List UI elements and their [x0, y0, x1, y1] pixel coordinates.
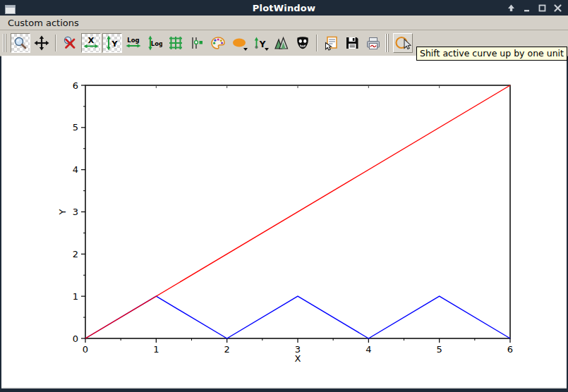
pan-button[interactable]: [32, 33, 52, 53]
tooltip: Shift active curve up by one unit: [416, 47, 567, 61]
svg-text:5: 5: [437, 344, 442, 355]
plot-toolbar: X Y Log: [1, 30, 384, 56]
svg-text:0: 0: [73, 333, 78, 344]
plot-window: PlotWindow: [0, 0, 568, 392]
dropdown-arrow-icon: [265, 48, 269, 51]
floppy-disk-icon: [344, 35, 360, 51]
svg-text:0: 0: [83, 344, 88, 355]
magnifier-cross-icon: [62, 35, 78, 51]
menu-bar: Custom actions: [0, 16, 568, 30]
title-bar[interactable]: PlotWindow: [0, 0, 568, 16]
toolbar-handle[interactable]: [385, 34, 390, 52]
mountains-icon: [274, 35, 289, 51]
disable-zoom-button[interactable]: [60, 33, 80, 53]
arrow-up-icon: [507, 4, 516, 13]
svg-text:4: 4: [73, 164, 78, 175]
grid-icon: [168, 35, 183, 51]
svg-text:Y: Y: [111, 39, 119, 49]
svg-text:1: 1: [153, 344, 159, 355]
clipboard-cursor-icon: [323, 35, 339, 51]
svg-text:2: 2: [224, 344, 230, 355]
close-button[interactable]: [552, 3, 563, 13]
palette-icon: [210, 35, 226, 51]
save-button[interactable]: [342, 33, 362, 53]
log-y-button[interactable]: Log: [145, 33, 164, 53]
copy-to-clipboard-button[interactable]: [321, 33, 341, 53]
maximize-button[interactable]: [537, 3, 548, 13]
x-axis-arrows-icon: X: [83, 35, 99, 51]
svg-text:X: X: [88, 36, 95, 45]
magnifier-icon: [13, 35, 28, 51]
window-title: PlotWindow: [0, 3, 568, 13]
svg-text:2: 2: [73, 249, 78, 259]
custom-actions-toolbar: [384, 30, 413, 56]
dropdown-arrow-icon: [243, 48, 248, 51]
ellipse-tool-button[interactable]: [229, 33, 249, 53]
log-x-button[interactable]: Log: [123, 33, 143, 53]
svg-text:1: 1: [73, 291, 78, 302]
x-axis-scale-button[interactable]: X: [81, 33, 101, 53]
minimize-button[interactable]: [521, 3, 532, 13]
item-parameters-button[interactable]: [187, 33, 207, 53]
grid-button[interactable]: [166, 33, 186, 53]
orange-circle-cursor-icon: [394, 35, 411, 51]
color-palette-button[interactable]: [208, 33, 228, 53]
histogram-button[interactable]: [272, 33, 291, 53]
mask-icon: [295, 35, 310, 51]
svg-text:Log: Log: [151, 40, 162, 47]
shade-button[interactable]: [506, 3, 516, 13]
window-controls: [506, 3, 563, 13]
move-cross-icon: [34, 35, 49, 51]
zoom-button[interactable]: [11, 33, 30, 53]
svg-text:X: X: [295, 353, 301, 364]
close-icon: [553, 4, 562, 13]
y-axis-scale-button[interactable]: Y: [102, 33, 122, 53]
log-x-icon: Log: [126, 35, 141, 51]
mask-tool-button[interactable]: [293, 33, 313, 53]
svg-text:Y: Y: [57, 209, 68, 215]
menu-custom-actions[interactable]: Custom actions: [5, 17, 82, 29]
y-axis-arrows-icon: Y: [104, 35, 120, 51]
toolbar-separator: [55, 35, 56, 51]
slider-icon: [189, 35, 205, 51]
toolbar-handle[interactable]: [3, 34, 8, 52]
svg-text:6: 6: [507, 344, 513, 355]
log-y-icon: Log: [147, 35, 162, 51]
printer-icon: [365, 35, 381, 51]
svg-text:Log: Log: [127, 37, 139, 44]
maximize-icon: [538, 4, 547, 13]
shift-curve-up-button[interactable]: [393, 33, 413, 53]
svg-text:3: 3: [73, 207, 78, 217]
print-button[interactable]: [363, 33, 383, 53]
plot-area: 01234560123456XY: [1, 56, 567, 388]
svg-text:4: 4: [365, 344, 371, 355]
svg-text:6: 6: [73, 80, 78, 91]
plot-canvas[interactable]: 01234560123456XY: [1, 56, 567, 387]
status-strip: [1, 387, 567, 388]
toolbar-separator: [316, 35, 318, 51]
y-range-button[interactable]: Y: [250, 33, 270, 53]
svg-text:5: 5: [73, 122, 78, 133]
minimize-icon: [522, 4, 531, 13]
